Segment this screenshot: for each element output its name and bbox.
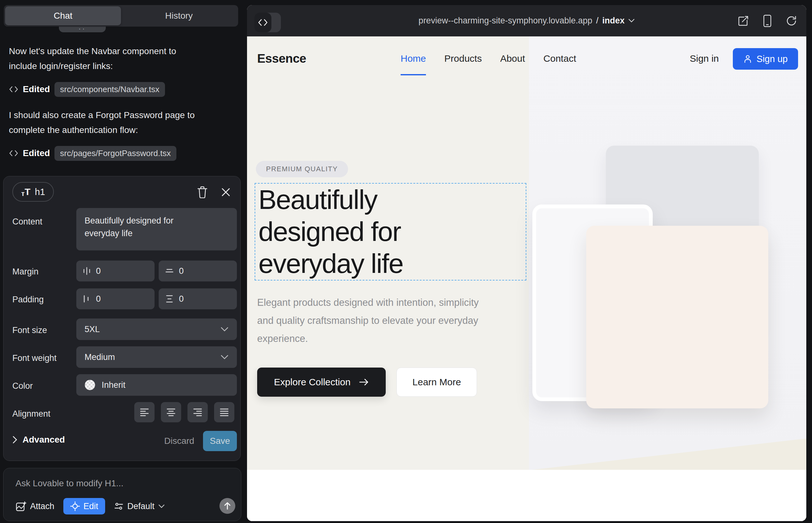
edited-file-row: Edited src/pages/ForgotPassword.tsx	[9, 146, 176, 161]
topbar-actions	[737, 5, 798, 36]
edited-label: Edited	[23, 148, 50, 158]
selected-element-outline: Beautifully designed for everyday life	[254, 183, 526, 281]
hero-heading[interactable]: Beautifully designed for everyday life	[259, 184, 403, 279]
site-logo[interactable]: Essence	[257, 52, 306, 66]
font-weight-select[interactable]: Medium	[76, 346, 237, 368]
nav-link-contact[interactable]: Contact	[544, 53, 576, 64]
chevron-down-icon	[220, 355, 229, 360]
element-editor-panel: тT h1 Content Beautifully designed for e…	[3, 176, 241, 461]
code-icon	[9, 149, 18, 157]
edited-label: Edited	[23, 84, 50, 94]
chat-message: I should also create a Forgot Password p…	[9, 108, 205, 138]
padding-y-icon	[165, 294, 174, 303]
margin-x-icon	[83, 267, 91, 275]
advanced-expander[interactable]: Advanced	[12, 435, 65, 445]
color-label: Color	[12, 381, 33, 391]
color-select[interactable]: Inherit	[76, 374, 237, 396]
nav-link-home[interactable]: Home	[401, 53, 426, 64]
hero-cta-row: Explore Collection Learn More	[257, 367, 477, 397]
font-weight-label: Font weight	[12, 353, 57, 363]
chat-panel: ·· Chat History Now let's update the Nav…	[0, 0, 246, 523]
sign-in-link[interactable]: Sign in	[690, 36, 719, 81]
align-center-button[interactable]	[161, 402, 181, 422]
padding-x-input[interactable]: 0	[76, 288, 155, 309]
margin-x-input[interactable]: 0	[76, 260, 155, 282]
composer-toolbar: Attach Edit Default	[16, 498, 235, 515]
url-host: preview--charming-site-symphony.lovable.…	[419, 16, 593, 26]
file-chip[interactable]: src/components/Navbar.tsx	[54, 82, 165, 97]
save-button[interactable]: Save	[203, 431, 237, 451]
decor-card-beige	[586, 226, 768, 409]
code-icon	[9, 86, 18, 93]
delete-element-button[interactable]	[195, 184, 210, 200]
font-size-select[interactable]: 5XL	[76, 319, 237, 340]
edited-file-row: Edited src/components/Navbar.tsx	[9, 82, 165, 97]
learn-more-button[interactable]: Learn More	[396, 367, 477, 397]
tab-chat[interactable]: Chat	[5, 6, 121, 25]
site-navbar: Essence Home Products About Contact Sign…	[247, 36, 806, 81]
nav-link-products[interactable]: Products	[444, 53, 482, 64]
person-icon	[743, 54, 752, 63]
prompt-composer: Ask Lovable to modify H1... Attach Edit …	[3, 468, 241, 521]
prompt-input[interactable]: Ask Lovable to modify H1...	[16, 479, 124, 488]
nav-link-about[interactable]: About	[500, 53, 525, 64]
send-button[interactable]	[219, 498, 235, 514]
refresh-button[interactable]	[785, 14, 798, 28]
padding-y-input[interactable]: 0	[159, 288, 237, 309]
arrow-up-icon	[224, 502, 231, 510]
file-chip[interactable]: src/pages/ForgotPassword.tsx	[54, 146, 177, 161]
padding-label: Padding	[12, 295, 44, 305]
below-hero-section	[247, 470, 806, 521]
chat-message: Now let's update the Navbar component to…	[9, 44, 205, 73]
sliders-icon	[114, 502, 124, 511]
premium-quality-badge: PREMIUM QUALITY	[256, 161, 348, 177]
hero-description: Elegant products designed with intention…	[257, 293, 492, 348]
discard-button[interactable]: Discard	[162, 431, 197, 451]
tab-history[interactable]: History	[121, 6, 237, 25]
url-page: index	[602, 16, 625, 26]
close-panel-button[interactable]	[218, 184, 233, 200]
edit-mode-button[interactable]: Edit	[63, 498, 105, 515]
preview-url-dropdown[interactable]: preview--charming-site-symphony.lovable.…	[247, 5, 806, 36]
url-separator: /	[596, 16, 599, 26]
margin-label: Margin	[12, 267, 39, 277]
text-type-icon: тT	[21, 186, 30, 197]
site-nav-links: Home Products About Contact	[401, 36, 576, 81]
preview-topbar: preview--charming-site-symphony.lovable.…	[247, 5, 806, 36]
open-external-button[interactable]	[737, 14, 750, 28]
alignment-label: Alignment	[12, 409, 50, 419]
arrow-right-icon	[359, 378, 369, 386]
chat-history-tabs: Chat History	[4, 5, 238, 26]
mobile-view-button[interactable]	[761, 14, 774, 28]
margin-y-icon	[165, 267, 174, 275]
align-right-button[interactable]	[188, 402, 208, 422]
attach-button[interactable]: Attach	[16, 501, 54, 511]
color-swatch	[85, 380, 95, 390]
preview-panel: preview--charming-site-symphony.lovable.…	[247, 5, 806, 521]
chevron-down-icon	[220, 327, 229, 332]
margin-y-input[interactable]: 0	[159, 260, 237, 282]
padding-x-icon	[83, 294, 91, 303]
website-viewport: Essence Home Products About Contact Sign…	[247, 36, 806, 521]
chevron-down-icon	[628, 19, 635, 23]
explore-collection-button[interactable]: Explore Collection	[257, 367, 386, 397]
element-tag-label: h1	[35, 187, 45, 197]
font-size-label: Font size	[12, 325, 47, 335]
lovable-app-window: ·· Chat History Now let's update the Nav…	[0, 0, 812, 523]
chevron-right-icon	[12, 436, 17, 444]
target-icon	[70, 502, 80, 511]
content-textarea[interactable]: Beautifully designed for everyday life	[76, 208, 237, 250]
attach-image-icon	[16, 501, 26, 511]
align-left-button[interactable]	[134, 402, 155, 422]
content-label: Content	[12, 217, 42, 227]
chevron-down-icon	[158, 504, 165, 508]
element-tag-pill: тT h1	[12, 182, 54, 202]
mode-select[interactable]: Default	[114, 502, 165, 511]
sign-up-button[interactable]: Sign up	[733, 48, 798, 70]
align-justify-button[interactable]	[214, 402, 234, 422]
